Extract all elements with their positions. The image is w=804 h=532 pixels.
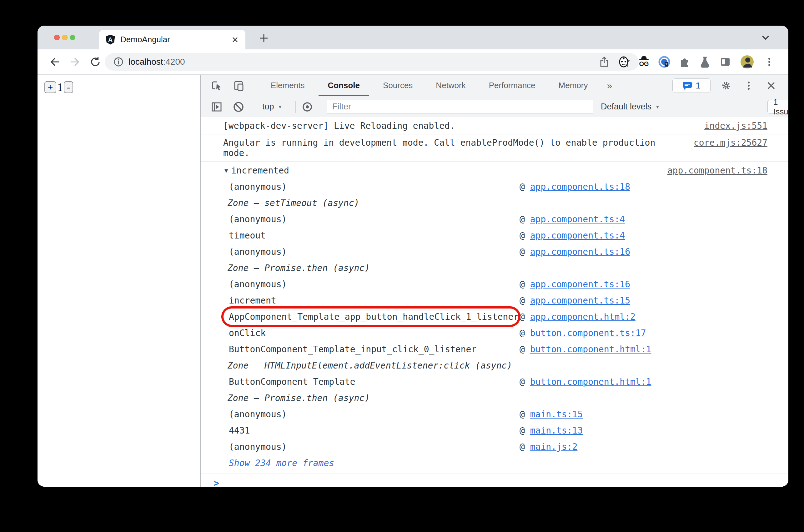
more-tabs-icon[interactable]: »	[599, 75, 619, 96]
console-prompt-row[interactable]: >	[201, 474, 788, 487]
console-row-frame: (anonymous)@ app.component.ts:4	[201, 211, 788, 227]
frame-name: (anonymous)	[229, 247, 519, 257]
mask-extension-icon[interactable]	[616, 55, 631, 69]
clear-console-icon[interactable]	[232, 100, 245, 114]
frame-name: 4431	[229, 425, 519, 436]
show-more-frames-link[interactable]: Show 234 more frames	[229, 458, 334, 468]
issue-counter[interactable]: 1 Issue: 1	[767, 100, 788, 114]
traffic-light-close-icon[interactable]	[54, 35, 60, 40]
log-text: Angular is running in development mode. …	[223, 137, 667, 158]
password-manager-extension-icon[interactable]	[657, 55, 671, 69]
devtools-tabbar: Elements Console Sources Network Perform…	[201, 75, 788, 96]
svg-text:A: A	[108, 36, 113, 43]
tab-sources[interactable]: Sources	[371, 75, 424, 96]
stack-link[interactable]: app.component.ts:16	[530, 279, 630, 289]
stack-link[interactable]: app.component.ts:4	[530, 230, 625, 241]
labs-flask-icon[interactable]	[698, 55, 712, 69]
devtools-tabs: Elements Console Sources Network Perform…	[259, 75, 619, 96]
forward-icon[interactable]	[69, 55, 82, 69]
source-link[interactable]: core.mjs:25627	[694, 137, 767, 148]
inspect-icon[interactable]	[210, 79, 224, 93]
console-row-frame: ButtonComponent_Template_input_click_0_l…	[201, 341, 788, 357]
issues-badge[interactable]: 1	[672, 78, 710, 93]
stack-link[interactable]: app.component.ts:16	[530, 247, 630, 257]
issues-count: 1	[695, 81, 700, 91]
console-row-log: Angular is running in development mode. …	[201, 134, 788, 162]
async-label: Zone — Promise.then (async)	[228, 263, 370, 273]
tab-console[interactable]: Console	[316, 75, 371, 96]
console-row-frame: (anonymous)@ main.js:2	[201, 439, 788, 455]
reload-icon[interactable]	[89, 55, 102, 69]
tab-title: DemoAngular	[120, 35, 231, 44]
tab-search-chevron-icon[interactable]	[758, 30, 773, 45]
tab-elements[interactable]: Elements	[259, 75, 316, 96]
async-label: Zone — setTimeout (async)	[228, 198, 359, 208]
devtools-panel: Elements Console Sources Network Perform…	[200, 75, 788, 487]
stack-link[interactable]: app.component.html:2	[530, 312, 635, 322]
frame-name: onClick	[229, 328, 519, 338]
frame-name: increment	[229, 296, 519, 306]
stack-link[interactable]: app.component.ts:4	[530, 214, 625, 224]
console-row-frame: (anonymous)@ app.component.ts:16	[201, 244, 788, 260]
extensions-puzzle-icon[interactable]	[677, 55, 692, 69]
counter-widget: + 1 -	[44, 81, 73, 94]
stack-link[interactable]: main.ts:15	[530, 409, 583, 419]
settings-gear-icon[interactable]	[719, 79, 733, 93]
decrement-button[interactable]: -	[64, 81, 73, 93]
site-info-icon[interactable]	[113, 56, 124, 68]
traffic-light-zoom-icon[interactable]	[70, 35, 75, 40]
frame-name: (anonymous)	[229, 442, 519, 452]
frame-name: AppComponent_Template_app_button_handleC…	[229, 312, 519, 322]
console-row-async: Zone — HTMLInputElement.addEventListener…	[201, 357, 788, 374]
new-tab-icon[interactable]	[256, 31, 271, 46]
url-text: localhost:4200	[129, 57, 185, 67]
frame-name: (anonymous)	[229, 182, 519, 192]
svg-text:OG: OG	[639, 60, 649, 67]
frame-name: (anonymous)	[229, 214, 519, 224]
share-icon[interactable]	[599, 56, 610, 68]
stack-link[interactable]: app.component.ts:15	[530, 296, 630, 306]
side-panel-icon[interactable]	[718, 55, 732, 69]
stack-link[interactable]: main.js:2	[530, 442, 578, 452]
console-row-frame: AppComponent_Template_app_button_handleC…	[201, 308, 788, 325]
console-row-frame: (anonymous)@ app.component.ts:18	[201, 178, 788, 195]
stack-link[interactable]: main.ts:13	[530, 425, 583, 436]
console-row-frame: (anonymous)@ app.component.ts:16	[201, 276, 788, 292]
context-dropdown[interactable]: top ▼	[262, 96, 282, 117]
devtools-menu-icon[interactable]	[742, 79, 755, 93]
stack-link[interactable]: button.component.html:1	[530, 344, 651, 355]
browser-menu-icon[interactable]	[762, 55, 777, 69]
og-incognito-extension-icon[interactable]: OG	[637, 55, 651, 69]
source-link[interactable]: index.js:551	[704, 121, 767, 131]
stack-link[interactable]: button.component.html:1	[530, 377, 651, 387]
browser-tab[interactable]: A DemoAngular	[99, 30, 245, 50]
close-devtools-icon[interactable]	[764, 79, 778, 93]
source-link[interactable]: app.component.ts:18	[667, 165, 767, 176]
increment-button[interactable]: +	[44, 81, 56, 93]
url-bar[interactable]: localhost:4200	[105, 53, 639, 71]
frame-name: ButtonComponent_Template	[229, 377, 519, 387]
tab-close-icon[interactable]	[231, 36, 239, 44]
default-levels-dropdown[interactable]: Default levels ▼	[601, 96, 660, 117]
avatar[interactable]	[740, 55, 754, 69]
console-row-async: Zone — Promise.then (async)	[201, 390, 788, 406]
tab-memory[interactable]: Memory	[547, 75, 599, 96]
async-label: Zone — HTMLInputElement.addEventListener…	[228, 360, 512, 371]
back-icon[interactable]	[47, 55, 61, 69]
console-messages: [webpack-dev-server] Live Reloading enab…	[201, 117, 788, 474]
stack-link[interactable]: button.component.ts:17	[530, 328, 646, 338]
console-sidebar-icon[interactable]	[210, 100, 224, 114]
filter-input[interactable]	[327, 100, 593, 114]
console-output: [webpack-dev-server] Live Reloading enab…	[201, 117, 788, 487]
live-expression-eye-icon[interactable]	[301, 100, 314, 114]
console-row-frame: (anonymous)@ main.ts:15	[201, 406, 788, 422]
console-row-frame: 4431@ main.ts:13	[201, 422, 788, 439]
collapse-triangle-icon[interactable]: ▼	[225, 167, 228, 174]
page-content: + 1 -	[38, 75, 200, 487]
console-row-frame: timeout@ app.component.ts:4	[201, 227, 788, 244]
stack-link[interactable]: app.component.ts:18	[530, 182, 630, 192]
traffic-light-minimize-icon[interactable]	[62, 35, 68, 40]
tab-performance[interactable]: Performance	[477, 75, 547, 96]
tab-network[interactable]: Network	[424, 75, 477, 96]
device-toolbar-icon[interactable]	[232, 79, 245, 93]
